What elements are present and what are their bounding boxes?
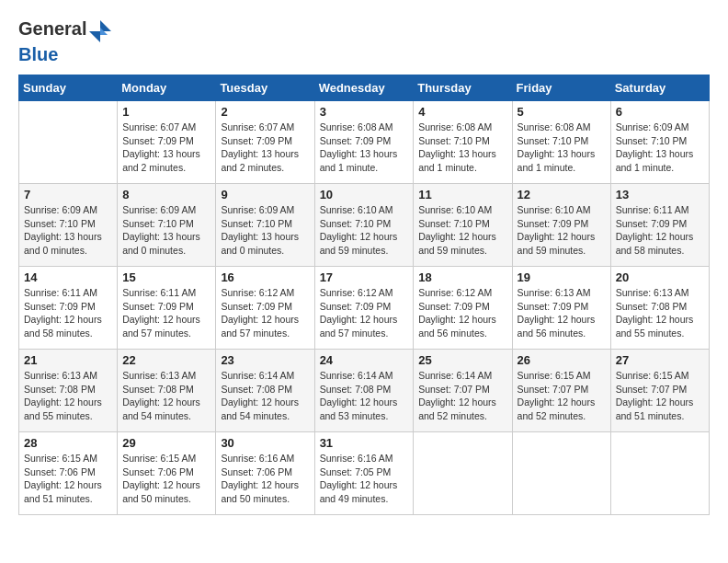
day-info: Sunrise: 6:14 AMSunset: 7:08 PMDaylight:… [221,369,309,423]
day-info: Sunrise: 6:09 AMSunset: 7:10 PMDaylight:… [24,203,112,258]
day-cell: 17Sunrise: 6:12 AMSunset: 7:09 PMDayligh… [314,267,414,350]
day-number: 4 [418,105,506,119]
day-info: Sunrise: 6:10 AMSunset: 7:09 PMDaylight:… [518,203,606,258]
day-cell: 18Sunrise: 6:12 AMSunset: 7:09 PMDayligh… [414,267,512,350]
day-info: Sunrise: 6:13 AMSunset: 7:09 PMDaylight:… [518,286,606,340]
day-number: 19 [518,270,606,284]
day-cell: 5Sunrise: 6:08 AMSunset: 7:10 PMDaylight… [512,101,610,184]
column-header-wednesday: Wednesday [314,75,414,101]
day-number: 11 [418,188,506,201]
column-header-sunday: Sunday [19,75,118,101]
day-number: 6 [616,105,704,119]
day-info: Sunrise: 6:10 AMSunset: 7:10 PMDaylight:… [418,203,506,258]
day-number: 20 [616,270,704,284]
day-cell: 10Sunrise: 6:10 AMSunset: 7:10 PMDayligh… [314,184,414,267]
day-cell: 20Sunrise: 6:13 AMSunset: 7:08 PMDayligh… [610,267,709,350]
day-number: 22 [122,353,210,367]
day-number: 23 [221,353,309,367]
day-cell: 30Sunrise: 6:16 AMSunset: 7:06 PMDayligh… [216,432,314,515]
column-header-saturday: Saturday [610,75,709,101]
day-cell: 4Sunrise: 6:08 AMSunset: 7:10 PMDaylight… [414,101,512,184]
column-header-thursday: Thursday [414,75,512,101]
day-cell: 14Sunrise: 6:11 AMSunset: 7:09 PMDayligh… [19,267,118,350]
day-cell: 13Sunrise: 6:11 AMSunset: 7:09 PMDayligh… [610,184,709,267]
day-cell: 19Sunrise: 6:13 AMSunset: 7:09 PMDayligh… [512,267,610,350]
logo-icon [87,18,113,44]
day-number: 21 [24,353,112,367]
week-row-3: 14Sunrise: 6:11 AMSunset: 7:09 PMDayligh… [19,267,710,350]
day-cell: 11Sunrise: 6:10 AMSunset: 7:10 PMDayligh… [414,184,512,267]
page-header: General Blue [18,18,710,65]
day-cell: 7Sunrise: 6:09 AMSunset: 7:10 PMDaylight… [19,184,118,267]
column-header-friday: Friday [512,75,610,101]
day-number: 7 [24,188,112,201]
day-number: 9 [221,188,309,201]
day-cell [610,432,709,515]
day-number: 15 [122,270,210,284]
week-row-4: 21Sunrise: 6:13 AMSunset: 7:08 PMDayligh… [19,350,710,432]
day-number: 24 [320,353,409,367]
day-cell: 24Sunrise: 6:14 AMSunset: 7:08 PMDayligh… [314,350,414,432]
day-number: 29 [122,436,210,450]
day-cell [512,432,610,515]
week-row-1: 1Sunrise: 6:07 AMSunset: 7:09 PMDaylight… [19,101,710,184]
header-row: SundayMondayTuesdayWednesdayThursdayFrid… [19,75,710,101]
day-info: Sunrise: 6:12 AMSunset: 7:09 PMDaylight:… [320,286,409,340]
day-number: 16 [221,270,309,284]
day-number: 25 [418,353,506,367]
day-number: 14 [24,270,112,284]
day-info: Sunrise: 6:15 AMSunset: 7:06 PMDaylight:… [24,452,112,506]
day-info: Sunrise: 6:14 AMSunset: 7:08 PMDaylight:… [320,369,409,423]
day-cell: 21Sunrise: 6:13 AMSunset: 7:08 PMDayligh… [19,350,118,432]
day-number: 31 [320,436,409,450]
day-cell: 27Sunrise: 6:15 AMSunset: 7:07 PMDayligh… [610,350,709,432]
day-cell: 12Sunrise: 6:10 AMSunset: 7:09 PMDayligh… [512,184,610,267]
day-number: 8 [122,188,210,201]
day-info: Sunrise: 6:08 AMSunset: 7:09 PMDaylight:… [320,121,409,175]
day-info: Sunrise: 6:12 AMSunset: 7:09 PMDaylight:… [418,286,506,340]
day-cell [19,101,118,184]
day-number: 12 [518,188,606,201]
day-cell: 29Sunrise: 6:15 AMSunset: 7:06 PMDayligh… [118,432,216,515]
column-header-tuesday: Tuesday [216,75,314,101]
day-number: 26 [518,353,606,367]
calendar-table: SundayMondayTuesdayWednesdayThursdayFrid… [18,75,710,515]
day-info: Sunrise: 6:14 AMSunset: 7:07 PMDaylight:… [418,369,506,423]
day-number: 30 [221,436,309,450]
day-cell: 3Sunrise: 6:08 AMSunset: 7:09 PMDaylight… [314,101,414,184]
week-row-5: 28Sunrise: 6:15 AMSunset: 7:06 PMDayligh… [19,432,710,515]
day-info: Sunrise: 6:11 AMSunset: 7:09 PMDaylight:… [24,286,112,340]
day-info: Sunrise: 6:09 AMSunset: 7:10 PMDaylight:… [122,203,210,258]
day-number: 17 [320,270,409,284]
day-cell: 8Sunrise: 6:09 AMSunset: 7:10 PMDaylight… [118,184,216,267]
column-header-monday: Monday [118,75,216,101]
day-info: Sunrise: 6:07 AMSunset: 7:09 PMDaylight:… [221,121,309,175]
day-info: Sunrise: 6:08 AMSunset: 7:10 PMDaylight:… [518,121,606,175]
day-number: 1 [122,105,210,119]
calendar-header: SundayMondayTuesdayWednesdayThursdayFrid… [19,75,710,101]
day-cell: 23Sunrise: 6:14 AMSunset: 7:08 PMDayligh… [216,350,314,432]
day-cell: 6Sunrise: 6:09 AMSunset: 7:10 PMDaylight… [610,101,709,184]
calendar-body: 1Sunrise: 6:07 AMSunset: 7:09 PMDaylight… [19,101,710,515]
week-row-2: 7Sunrise: 6:09 AMSunset: 7:10 PMDaylight… [19,184,710,267]
day-info: Sunrise: 6:15 AMSunset: 7:07 PMDaylight:… [518,369,606,423]
day-info: Sunrise: 6:15 AMSunset: 7:06 PMDaylight:… [122,452,210,506]
day-cell: 25Sunrise: 6:14 AMSunset: 7:07 PMDayligh… [414,350,512,432]
day-number: 28 [24,436,112,450]
day-number: 18 [418,270,506,284]
day-info: Sunrise: 6:09 AMSunset: 7:10 PMDaylight:… [221,203,309,258]
day-number: 5 [518,105,606,119]
logo: General Blue [18,18,114,65]
logo-general: General [18,18,86,39]
day-info: Sunrise: 6:16 AMSunset: 7:05 PMDaylight:… [320,452,409,506]
day-number: 27 [616,353,704,367]
day-cell: 31Sunrise: 6:16 AMSunset: 7:05 PMDayligh… [314,432,414,515]
day-info: Sunrise: 6:13 AMSunset: 7:08 PMDaylight:… [122,369,210,423]
day-info: Sunrise: 6:09 AMSunset: 7:10 PMDaylight:… [616,121,704,175]
day-info: Sunrise: 6:08 AMSunset: 7:10 PMDaylight:… [418,121,506,175]
day-info: Sunrise: 6:10 AMSunset: 7:10 PMDaylight:… [320,203,409,258]
day-cell: 15Sunrise: 6:11 AMSunset: 7:09 PMDayligh… [118,267,216,350]
day-info: Sunrise: 6:13 AMSunset: 7:08 PMDaylight:… [24,369,112,423]
day-cell: 26Sunrise: 6:15 AMSunset: 7:07 PMDayligh… [512,350,610,432]
day-info: Sunrise: 6:15 AMSunset: 7:07 PMDaylight:… [616,369,704,423]
